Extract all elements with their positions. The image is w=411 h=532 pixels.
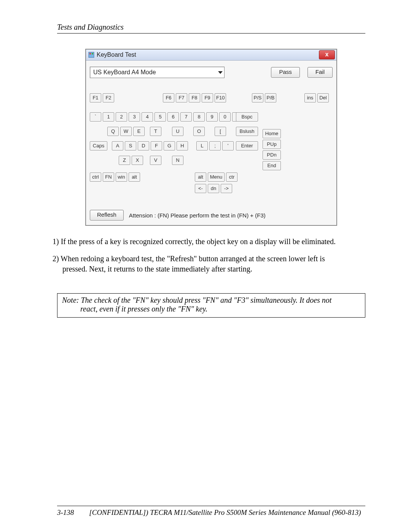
svg-rect-1	[89, 53, 91, 54]
key-u[interactable]: U	[172, 127, 183, 136]
section-header: Tests and Diagnostics	[57, 23, 365, 32]
key-8[interactable]: 8	[193, 112, 205, 121]
key-caps[interactable]: Caps	[90, 141, 107, 150]
key-alt-right[interactable]: alt	[195, 173, 206, 182]
key-0[interactable]: 0	[219, 112, 231, 121]
key-ctrl-left[interactable]: ctrl	[90, 173, 101, 182]
key-7[interactable]: 7	[180, 112, 192, 121]
section-rule	[57, 33, 365, 34]
titlebar: KeyBoard Test x	[86, 50, 336, 61]
select-value: US KeyBoard A4 Mode	[93, 69, 156, 76]
key-del[interactable]: Del	[317, 93, 329, 102]
key-f10[interactable]: F10	[215, 93, 226, 102]
key-w[interactable]: W	[120, 127, 132, 136]
key-win[interactable]: win	[116, 173, 127, 182]
page-number: 3-138	[57, 508, 74, 517]
paragraph-2-line1: 2) When redoing a keyboard test, the "Re…	[53, 254, 325, 263]
window-title: KeyBoard Test	[97, 50, 136, 60]
footer-rule	[57, 506, 365, 506]
key-9[interactable]: 9	[206, 112, 218, 121]
key-5[interactable]: 5	[155, 112, 166, 121]
key-f1[interactable]: F1	[90, 93, 101, 102]
keyboard-mode-select[interactable]: US KeyBoard A4 Mode	[90, 67, 225, 78]
key-home[interactable]: Home	[263, 129, 281, 138]
key-6[interactable]: 6	[167, 112, 179, 121]
key-2[interactable]: 2	[116, 112, 127, 121]
key-right-arrow[interactable]: ->	[221, 184, 232, 193]
fail-button[interactable]: Fail	[307, 67, 333, 78]
key-backtick[interactable]: `	[90, 112, 101, 121]
key-pup[interactable]: PUp	[263, 140, 281, 149]
paragraph-2: 2) When redoing a keyboard test, the "Re…	[53, 254, 365, 274]
key-e[interactable]: E	[133, 127, 145, 136]
pass-button[interactable]: Pass	[271, 67, 299, 78]
paragraph-2-line2: pressed. Next, it returns to the state i…	[53, 264, 365, 274]
key-x[interactable]: X	[132, 156, 143, 165]
key-v[interactable]: V	[150, 156, 161, 165]
key-left-arrow[interactable]: <-	[195, 184, 206, 193]
key-f2[interactable]: F2	[103, 93, 114, 102]
key-s[interactable]: S	[125, 141, 136, 150]
note-box: Note: The check of the "FN" key should p…	[57, 293, 365, 318]
note-line1: Note: The check of the "FN" key should p…	[62, 296, 331, 304]
note-line2: react, even if it presses only the "FN" …	[62, 305, 360, 313]
key-down-arrow[interactable]: dn	[208, 184, 219, 193]
key-pb[interactable]: P/B	[265, 93, 276, 102]
key-alt-left[interactable]: alt	[129, 173, 140, 182]
key-pdn[interactable]: PDn	[263, 150, 281, 160]
key-f8[interactable]: F8	[189, 93, 200, 102]
footer-book-title: [CONFIDENTIAL]) TECRA M11/Satellite Pro …	[89, 508, 361, 517]
key-semicolon[interactable]: ;	[209, 141, 221, 150]
reflesh-button[interactable]: Reflesh	[90, 210, 124, 220]
page-footer: 3-138 [CONFIDENTIAL]) TECRA M11/Satellit…	[57, 506, 365, 517]
attention-text: Attension : (FN) Please perform the test…	[129, 212, 266, 219]
key-lbracket[interactable]: [	[215, 127, 226, 136]
key-f7[interactable]: F7	[176, 93, 187, 102]
screenshot-wrapper: KeyBoard Test x US KeyBoard A4 Mode Pass…	[85, 49, 337, 226]
keyboard-area: Esc F1 F2 F6 F7 F8 F9 F10	[90, 93, 333, 208]
key-end[interactable]: End	[263, 161, 281, 170]
key-h[interactable]: H	[177, 141, 188, 150]
key-t[interactable]: T	[150, 127, 161, 136]
key-bspc[interactable]: Bspc	[236, 112, 258, 121]
key-o[interactable]: O	[193, 127, 205, 136]
key-n[interactable]: N	[172, 156, 183, 165]
paragraph-1: 1) If the press of a key is recognized c…	[53, 236, 365, 247]
key-q[interactable]: Q	[107, 127, 119, 136]
app-icon	[88, 52, 94, 58]
key-menu[interactable]: Menu	[208, 173, 225, 182]
key-1[interactable]: 1	[103, 112, 114, 121]
chevron-down-icon	[218, 71, 223, 74]
body-text: 1) If the press of a key is recognized c…	[53, 236, 365, 274]
key-a[interactable]: A	[112, 141, 123, 150]
key-enter[interactable]: Enter	[236, 141, 258, 150]
key-ctrl-right[interactable]: ctr	[226, 173, 237, 182]
key-f9[interactable]: F9	[202, 93, 213, 102]
key-g[interactable]: G	[164, 141, 175, 150]
key-quote[interactable]: '	[222, 141, 234, 150]
key-f6[interactable]: F6	[163, 93, 174, 102]
key-bslush[interactable]: Bslush	[236, 127, 258, 136]
key-3[interactable]: 3	[129, 112, 140, 121]
key-ins[interactable]: ins	[304, 93, 316, 102]
key-fn[interactable]: FN	[103, 173, 114, 182]
close-button[interactable]: x	[319, 50, 335, 59]
svg-rect-2	[92, 53, 93, 54]
key-z[interactable]: Z	[119, 156, 130, 165]
key-d[interactable]: D	[138, 141, 149, 150]
key-l[interactable]: L	[196, 141, 208, 150]
keyboard-test-window: KeyBoard Test x US KeyBoard A4 Mode Pass…	[86, 49, 337, 225]
key-4[interactable]: 4	[142, 112, 153, 121]
key-ps[interactable]: P/S	[252, 93, 263, 102]
key-f[interactable]: F	[151, 141, 162, 150]
